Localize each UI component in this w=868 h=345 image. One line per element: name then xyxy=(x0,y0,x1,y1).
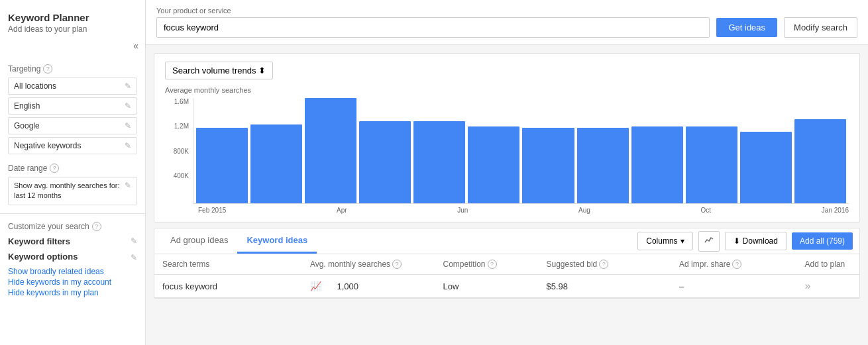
chart-header: Search volume trends ⬍ xyxy=(165,62,849,79)
chart-bar[interactable] xyxy=(794,119,846,203)
add-to-plan-button[interactable]: » xyxy=(805,280,811,292)
tab-keyword-ideas[interactable]: Keyword ideas xyxy=(237,228,317,254)
y-tick-3: 800K xyxy=(174,148,189,155)
x-label-3: Jun xyxy=(457,207,468,214)
table-wrap: Search terms Avg. monthly searches ? xyxy=(154,254,859,298)
trend-icon: 📈 xyxy=(310,281,321,291)
date-range-section: Date range ? Show avg. monthly searches … xyxy=(0,164,145,205)
option-hide-plan[interactable]: Hide keywords in my plan xyxy=(8,288,137,297)
customize-label: Customize your search ? xyxy=(8,222,137,231)
customize-section: Customize your search ? Keyword filters … xyxy=(0,222,145,297)
cell-suggested-bid: $5.98 xyxy=(539,275,672,298)
chart-bar[interactable] xyxy=(740,132,792,203)
search-input[interactable] xyxy=(156,17,710,38)
targeting-language[interactable]: English ✎ xyxy=(8,97,137,115)
chart-bar[interactable] xyxy=(196,128,248,203)
th-avg-monthly: Avg. monthly searches ? xyxy=(302,254,435,275)
adimpr-help-icon[interactable]: ? xyxy=(732,260,741,269)
tab-ad-group-ideas[interactable]: Ad group ideas xyxy=(161,228,237,254)
chart-bar[interactable] xyxy=(359,121,411,203)
x-label-2: Apr xyxy=(337,207,347,214)
edit-network-icon: ✎ xyxy=(125,121,131,130)
comp-help-icon[interactable]: ? xyxy=(488,260,497,269)
date-range-label: Date range ? xyxy=(8,164,137,173)
keyword-filters-row: Keyword filters ✎ xyxy=(8,236,137,246)
chart-area: Search volume trends ⬍ Average monthly s… xyxy=(154,53,860,222)
sidebar-header: Keyword Planner Add ideas to your plan xyxy=(0,7,145,36)
add-all-button[interactable]: Add all (759) xyxy=(792,232,853,250)
chart-bar[interactable] xyxy=(413,121,465,203)
bar-wrap xyxy=(305,98,356,203)
edit-filters-icon[interactable]: ✎ xyxy=(131,236,137,246)
app-subtitle: Add ideas to your plan xyxy=(8,25,137,34)
chart-bar[interactable] xyxy=(631,126,683,203)
targeting-negative-keywords[interactable]: Negative keywords ✎ xyxy=(8,137,137,154)
date-range-item[interactable]: Show avg. monthly searches for: last 12 … xyxy=(8,177,137,205)
edit-date-icon: ✎ xyxy=(125,181,131,190)
tabs-actions: Columns ▾ ⬇ Download Add all (759) xyxy=(637,231,853,252)
table-row: focus keyword 📈 1,000 Low $5.98 – » xyxy=(154,275,859,298)
y-tick-1: 1.6M xyxy=(174,98,189,105)
bar-wrap xyxy=(196,98,248,203)
targeting-help-icon[interactable]: ? xyxy=(43,64,52,74)
cell-avg-monthly: 📈 1,000 xyxy=(302,275,435,298)
edit-language-icon: ✎ xyxy=(125,101,131,111)
chart-bar[interactable] xyxy=(468,126,519,203)
targeting-all-locations[interactable]: All locations ✎ xyxy=(8,77,137,95)
chart-bar[interactable] xyxy=(577,128,629,203)
bid-help-icon[interactable]: ? xyxy=(599,260,608,269)
bar-wrap xyxy=(631,98,683,203)
bar-wrap xyxy=(686,98,737,203)
avg-help-icon[interactable]: ? xyxy=(392,260,402,269)
edit-location-icon: ✎ xyxy=(125,81,131,91)
get-ideas-button[interactable]: Get ideas xyxy=(716,18,777,37)
columns-button[interactable]: Columns ▾ xyxy=(637,232,692,250)
y-axis: 1.6M 1.2M 800K 400K 0 xyxy=(165,98,193,204)
table-header-row: Search terms Avg. monthly searches ? xyxy=(154,254,859,275)
chart-y-label: Average monthly searches xyxy=(165,86,849,94)
bar-wrap xyxy=(468,98,519,203)
keyword-options-section: Keyword options ✎ Show broadly related i… xyxy=(8,252,137,297)
y-tick-2: 1.2M xyxy=(174,123,189,130)
bar-wrap xyxy=(577,98,629,203)
columns-dropdown-icon: ▾ xyxy=(680,236,684,246)
chart-bar[interactable] xyxy=(522,128,574,203)
cell-ad-impr-share: – xyxy=(671,275,796,298)
edit-options-icon[interactable]: ✎ xyxy=(131,253,137,262)
dropdown-arrow-icon: ⬍ xyxy=(258,66,266,75)
modify-search-button[interactable]: Modify search xyxy=(784,17,857,38)
customize-help-icon[interactable]: ? xyxy=(92,222,101,231)
trend-chart-icon xyxy=(704,236,714,245)
targeting-label: Targeting ? xyxy=(8,64,137,74)
x-label-4: Aug xyxy=(578,207,590,214)
option-broadly-related[interactable]: Show broadly related ideas xyxy=(8,267,137,276)
edit-negative-icon: ✎ xyxy=(125,141,131,150)
chart-bar[interactable] xyxy=(686,126,737,203)
chart-bar[interactable] xyxy=(305,98,356,203)
bar-wrap xyxy=(794,98,846,203)
bar-wrap xyxy=(522,98,574,203)
option-hide-account[interactable]: Hide keywords in my account xyxy=(8,277,137,287)
chart-toggle-button[interactable] xyxy=(698,231,720,252)
download-button[interactable]: ⬇ Download xyxy=(725,232,787,250)
tabs-header: Ad group ideas Keyword ideas Columns ▾ ⬇ xyxy=(154,228,859,254)
collapse-sidebar-button[interactable]: « xyxy=(132,39,140,52)
bar-wrap xyxy=(359,98,411,203)
search-wrap: Your product or service xyxy=(156,7,710,38)
th-ad-impr-share: Ad impr. share ? xyxy=(671,254,796,275)
sidebar: Keyword Planner Add ideas to your plan «… xyxy=(0,0,146,345)
table-body: focus keyword 📈 1,000 Low $5.98 – » xyxy=(154,275,859,298)
chart-body: 1.6M 1.2M 800K 400K 0 xyxy=(165,98,849,204)
keywords-table: Search terms Avg. monthly searches ? xyxy=(154,254,859,298)
chart-dropdown-button[interactable]: Search volume trends ⬍ xyxy=(165,62,273,79)
x-label-6: Jan 2016 xyxy=(822,207,849,214)
cell-search-term: focus keyword xyxy=(154,275,302,298)
targeting-network[interactable]: Google ✎ xyxy=(8,117,137,134)
th-suggested-bid: Suggested bid ? xyxy=(539,254,672,275)
bar-chart xyxy=(193,98,849,204)
bar-wrap xyxy=(740,98,792,203)
chart-bar[interactable] xyxy=(250,124,302,203)
date-range-help-icon[interactable]: ? xyxy=(50,164,59,173)
x-axis: Feb 2015 Apr Jun Aug Oct Jan 2016 xyxy=(165,204,849,214)
th-search-terms: Search terms xyxy=(154,254,302,275)
